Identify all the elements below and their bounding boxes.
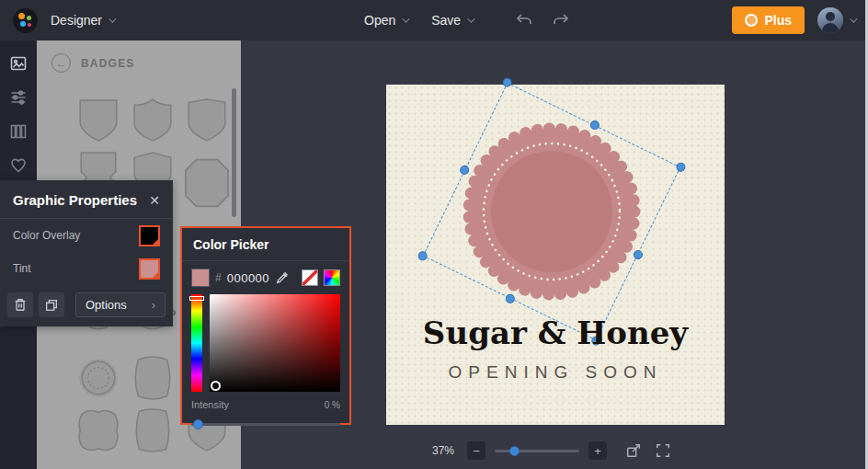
save-menu-label: Save (431, 13, 461, 28)
canvas-subheading-text[interactable]: OPENING SOON (386, 362, 725, 383)
color-picker-title: Color Picker (193, 237, 268, 252)
color-picker-panel: Color Picker # 000000 Intensity (180, 226, 351, 425)
hex-prefix: # (215, 271, 222, 284)
design-canvas[interactable]: Sugar & Honey OPENING SOON (386, 85, 725, 425)
hue-slider[interactable] (191, 294, 202, 392)
resize-handle[interactable] (417, 250, 428, 262)
no-color-swatch[interactable] (302, 269, 318, 286)
graphic-properties-title: Graphic Properties (13, 192, 137, 208)
zoom-slider-track (495, 450, 579, 452)
canvas-heading-text[interactable]: Sugar & Honey (386, 315, 725, 351)
color-overlay-swatch[interactable] (139, 225, 160, 246)
badges-panel-scrollbar[interactable] (232, 88, 236, 217)
badge-frame-thumbnail[interactable] (75, 405, 121, 456)
export-icon (625, 442, 642, 459)
graphic-properties-panel: Graphic Properties ✕ Color Overlay Tint (0, 180, 173, 326)
back-arrow-icon: ← (56, 57, 67, 70)
app-window: Designer Open Save (0, 0, 868, 469)
saturation-value-cursor[interactable] (211, 381, 221, 391)
fullscreen-icon (655, 442, 671, 459)
plus-badge-icon (745, 14, 758, 27)
top-bar: Designer Open Save (0, 0, 868, 40)
chevron-down-icon (402, 15, 409, 22)
plus-upgrade-button[interactable]: Plus (732, 6, 805, 34)
current-color-swatch[interactable] (191, 269, 210, 287)
intensity-value: 0 % (325, 400, 340, 410)
graphics-library-icon[interactable] (9, 54, 28, 73)
zoom-out-button[interactable]: − (467, 441, 485, 460)
befunky-logo-icon[interactable] (13, 8, 38, 33)
color-overlay-label: Color Overlay (13, 229, 80, 242)
saturation-value-area[interactable] (210, 294, 340, 392)
chevron-right-icon: › (152, 298, 155, 312)
badge-ornate-thumbnail[interactable] (130, 352, 176, 404)
badge-cushion-thumbnail[interactable] (130, 405, 176, 456)
chevron-down-icon (850, 15, 857, 22)
redo-icon (552, 12, 570, 29)
fullscreen-button[interactable] (653, 440, 673, 461)
undo-icon (515, 12, 533, 29)
account-menu[interactable] (817, 7, 855, 33)
eyedropper-button[interactable] (275, 270, 290, 285)
open-menu-label: Open (364, 13, 395, 28)
duplicate-icon (44, 297, 59, 313)
badge-shield-thumbnail[interactable] (184, 95, 230, 146)
tint-swatch[interactable] (139, 258, 160, 280)
zoom-in-button[interactable]: + (588, 441, 607, 460)
hex-input[interactable]: 000000 (227, 271, 269, 285)
tint-label: Tint (13, 262, 31, 275)
zoom-slider-handle[interactable] (509, 446, 520, 456)
options-button-label: Options (86, 298, 127, 312)
save-menu[interactable]: Save (431, 13, 473, 28)
back-button[interactable]: ← (51, 53, 71, 73)
close-button[interactable]: ✕ (149, 193, 160, 208)
layout-columns-icon[interactable] (9, 122, 28, 141)
duplicate-button[interactable] (39, 292, 64, 317)
avatar (817, 7, 843, 33)
badge-seal-thumbnail[interactable] (75, 352, 121, 404)
delete-button[interactable] (7, 292, 33, 317)
intensity-label: Intensity (191, 399, 229, 410)
redo-button[interactable] (550, 10, 572, 30)
minus-icon: − (473, 444, 480, 458)
intensity-slider-handle[interactable] (193, 419, 203, 429)
designer-menu[interactable]: Designer (51, 13, 114, 28)
zoom-toolbar: 37% − + (432, 440, 673, 461)
chevron-down-icon (108, 15, 116, 22)
badge-octagon-thumbnail[interactable] (181, 155, 233, 211)
adjustments-icon[interactable] (9, 88, 28, 107)
undo-button[interactable] (513, 10, 535, 30)
resize-handle[interactable] (501, 76, 513, 88)
zoom-slider[interactable] (495, 446, 579, 456)
intensity-slider-track (191, 423, 340, 426)
trash-icon (13, 297, 28, 313)
close-icon: ✕ (149, 193, 160, 208)
options-button[interactable]: Options › (75, 292, 166, 317)
intensity-slider[interactable] (191, 419, 340, 429)
zoom-level: 37% (432, 444, 458, 457)
plus-button-label: Plus (764, 13, 792, 28)
designer-menu-label: Designer (51, 13, 102, 28)
chevron-down-icon (467, 15, 474, 22)
plus-icon: + (594, 444, 601, 458)
eyedropper-icon (276, 271, 289, 284)
badges-panel-title: BADGES (81, 57, 135, 70)
resize-handle[interactable] (675, 161, 687, 173)
badge-shield-thumbnail[interactable] (130, 95, 176, 146)
open-menu[interactable]: Open (364, 13, 407, 28)
rainbow-palette-swatch[interactable] (324, 269, 340, 286)
hue-slider-handle[interactable] (189, 296, 204, 301)
badge-shield-thumbnail[interactable] (75, 95, 121, 146)
favorites-heart-icon[interactable] (9, 156, 28, 175)
export-view-button[interactable] (623, 440, 644, 461)
